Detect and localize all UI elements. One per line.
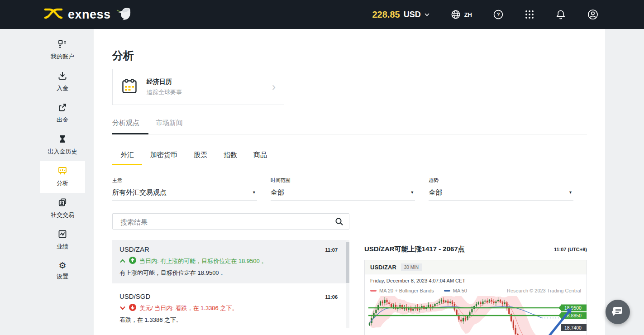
- sidebar-label: 我的账户: [40, 53, 85, 61]
- main-tabs: 分析观点 市场新闻: [112, 119, 587, 134]
- arrow-down-circle-icon: [129, 304, 136, 312]
- svg-text:18.7400: 18.7400: [564, 325, 582, 330]
- signal-summary: 有上涨的可能，目标价位定在 18.9500 。: [119, 269, 338, 277]
- caret-down-icon: ▾: [569, 190, 572, 195]
- search-input[interactable]: [119, 214, 329, 230]
- chart-attribution: Research © 2023 Trading Central: [507, 288, 581, 293]
- filter-trend-select[interactable]: 全部 ▾: [429, 188, 573, 201]
- filter-timeframe-value: 全部: [271, 188, 284, 196]
- top-bar: exness 228.85 USD: [0, 0, 644, 29]
- filter-idea: 主意 所有外汇交易观点 ▾: [112, 177, 257, 201]
- search-box: [112, 213, 349, 230]
- gear-icon: ⚙: [58, 261, 66, 271]
- chart-legend: MA 20 + Bollinger Bands MA 50 Research ©…: [365, 284, 587, 295]
- detail-header: USD/ZAR可能上涨1417 - 2067点 11:07 (UTC+8): [364, 245, 587, 254]
- accounts-icon: [57, 39, 67, 49]
- sidebar-label: 出金: [40, 116, 85, 124]
- chevron-down-icon: [119, 305, 126, 311]
- legend-ma50: MA 50: [444, 288, 467, 293]
- main-content: 分析 经济日历 追踪全球要事: [94, 29, 605, 335]
- account-button[interactable]: [587, 9, 599, 20]
- filter-idea-select[interactable]: 所有外汇交易观点 ▾: [112, 188, 257, 201]
- arrow-up-circle-icon: [129, 257, 136, 265]
- chevron-down-icon: [425, 13, 429, 16]
- signals-column: USD/ZAR 11:07: [112, 213, 349, 335]
- chevron-right-icon: ›: [272, 82, 276, 91]
- sidebar-item-analysis[interactable]: 分析: [40, 161, 85, 193]
- economic-calendar-card[interactable]: 经济日历 追踪全球要事 ›: [112, 69, 284, 105]
- legend-label: MA 20 + Bollinger Bands: [379, 288, 434, 293]
- asset-class-tabs: 外汇 加密货币 股票 指数 商品: [112, 147, 569, 165]
- sidebar-label: 入金: [40, 84, 85, 92]
- calendar-card-subtitle: 追踪全球要事: [147, 88, 272, 96]
- analysis-icon: [57, 166, 67, 176]
- dove-icon: [115, 7, 132, 22]
- list-scrollbar: [346, 240, 349, 328]
- chart-instrument: USD/ZAR: [370, 264, 396, 271]
- chart-timestamp: Friday, December 8, 2023 4:07:04 AM CET: [365, 274, 587, 284]
- search-icon[interactable]: [335, 217, 343, 228]
- language-selector[interactable]: ZH: [450, 9, 472, 20]
- exness-logo[interactable]: exness: [43, 7, 132, 22]
- sidebar-label: 出入金历史: [40, 148, 85, 156]
- detail-time: 11:07 (UTC+8): [554, 247, 587, 252]
- signal-headline: 当日内: 有上涨的可能，目标价位定在 18.9500 。: [139, 257, 267, 265]
- sidebar-item-my-accounts[interactable]: 我的账户: [40, 34, 85, 66]
- tab-analyst-views[interactable]: 分析观点: [112, 119, 148, 134]
- withdrawal-icon: [57, 102, 67, 112]
- logo-text: exness: [68, 8, 111, 22]
- list-scrollbar-thumb[interactable]: [346, 242, 349, 283]
- deposit-icon: [57, 71, 67, 81]
- sidebar-label: 设置: [40, 273, 85, 281]
- tab-market-news[interactable]: 市场新闻: [156, 119, 192, 134]
- calendar-card-text: 经济日历 追踪全球要事: [147, 78, 272, 96]
- calendar-card-title: 经济日历: [147, 78, 272, 86]
- chart-card: USD/ZAR 30 MIN Friday, December 8, 2023 …: [364, 260, 587, 335]
- tab-commodities[interactable]: 商品: [245, 147, 275, 165]
- filter-timeframe-label: 时间范围: [271, 177, 415, 184]
- chevron-up-icon: [119, 258, 126, 264]
- sidebar-item-social-trading[interactable]: 社交交易: [40, 193, 85, 225]
- balance-selector[interactable]: 228.85 USD: [372, 10, 429, 20]
- shell: 我的账户 入金: [0, 29, 644, 335]
- signal-item-usdzar[interactable]: USD/ZAR 11:07: [112, 240, 349, 283]
- filters-row: 主意 所有外汇交易观点 ▾ 时间范围 全部 ▾ 趋势 全部: [112, 177, 587, 201]
- filter-trend-label: 趋势: [429, 177, 573, 184]
- tab-crypto[interactable]: 加密货币: [142, 147, 186, 165]
- sidebar-item-deposit[interactable]: 入金: [40, 66, 85, 98]
- sidebar-item-history[interactable]: 出入金历史: [40, 129, 85, 161]
- notifications-bell-button[interactable]: [555, 9, 566, 20]
- chat-bubble-icon: [611, 305, 624, 319]
- sidebar-item-performance[interactable]: 业绩: [40, 225, 85, 256]
- filter-idea-label: 主意: [112, 177, 257, 184]
- page-title: 分析: [112, 49, 587, 62]
- apps-grid-button[interactable]: [525, 10, 534, 19]
- filter-timeframe-select[interactable]: 全部 ▾: [271, 188, 415, 201]
- balance-currency: USD: [404, 10, 421, 19]
- chat-button[interactable]: [606, 300, 630, 324]
- filter-trend: 趋势 全部 ▾: [429, 177, 573, 201]
- tab-forex[interactable]: 外汇: [112, 147, 142, 165]
- detail-title: USD/ZAR可能上涨1417 - 2067点: [364, 245, 465, 254]
- tab-stocks[interactable]: 股票: [186, 147, 215, 165]
- signal-list: USD/ZAR 11:07: [112, 240, 349, 330]
- hourglass-icon: [57, 134, 67, 144]
- svg-text:?: ?: [497, 12, 500, 17]
- signal-headline-row: 美元/ 当日内: 看跌，在 1.3386 之下。: [119, 304, 338, 312]
- signal-time: 11:06: [325, 294, 338, 300]
- signal-detail-column: USD/ZAR可能上涨1417 - 2067点 11:07 (UTC+8) US…: [364, 245, 587, 335]
- legend-ma20-bollinger: MA 20 + Bollinger Bands: [370, 288, 434, 293]
- sidebar: 我的账户 入金: [0, 29, 94, 335]
- legend-swatch-red: [370, 290, 377, 292]
- signal-item-usdsgd[interactable]: USD/SGD 11:06: [112, 287, 349, 330]
- caret-down-icon: ▾: [411, 190, 413, 195]
- sidebar-item-settings[interactable]: ⚙ 设置: [40, 256, 85, 286]
- tab-indices[interactable]: 指数: [215, 147, 245, 165]
- performance-icon: [57, 229, 67, 239]
- filter-trend-value: 全部: [429, 188, 442, 196]
- chart-interval-badge: 30 MIN: [401, 263, 422, 271]
- help-button[interactable]: ?: [493, 9, 504, 20]
- legend-label: MA 50: [453, 288, 467, 293]
- sidebar-item-withdrawal[interactable]: 出金: [40, 98, 85, 129]
- filter-idea-value: 所有外汇交易观点: [112, 188, 167, 196]
